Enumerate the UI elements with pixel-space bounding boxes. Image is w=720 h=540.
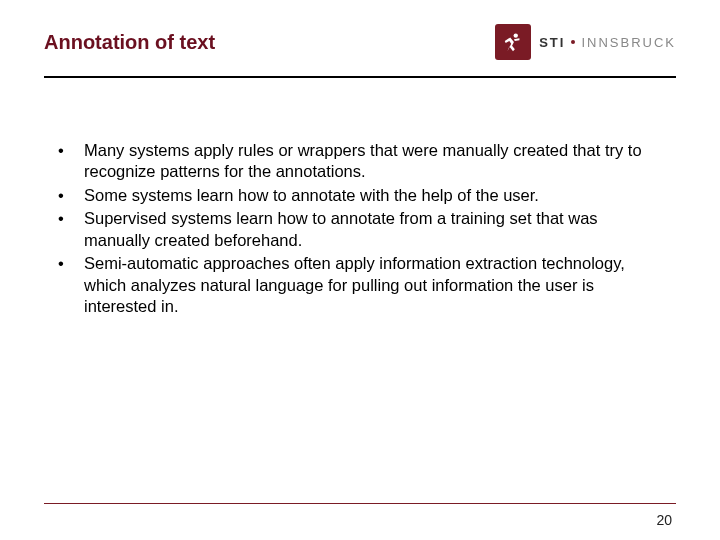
bullet-text: Many systems apply rules or wrappers tha… xyxy=(84,140,662,183)
logo-separator-dot xyxy=(571,40,575,44)
bullet-list: • Many systems apply rules or wrappers t… xyxy=(58,140,662,318)
list-item: • Some systems learn how to annotate wit… xyxy=(58,185,662,206)
bullet-icon: • xyxy=(58,140,84,183)
list-item: • Many systems apply rules or wrappers t… xyxy=(58,140,662,183)
logo-city: INNSBRUCK xyxy=(581,35,676,50)
logo-sti: STI xyxy=(539,35,565,50)
bullet-text: Supervised systems learn how to annotate… xyxy=(84,208,662,251)
bullet-text: Some systems learn how to annotate with … xyxy=(84,185,662,206)
header: Annotation of text STI INNSBRUCK xyxy=(44,24,676,60)
bullet-text: Semi-automatic approaches often apply in… xyxy=(84,253,662,317)
logo-mark xyxy=(495,24,531,60)
logo: STI INNSBRUCK xyxy=(495,24,676,60)
runner-icon xyxy=(502,31,524,53)
footer-divider xyxy=(44,503,676,504)
bullet-icon: • xyxy=(58,208,84,251)
list-item: • Supervised systems learn how to annota… xyxy=(58,208,662,251)
header-divider xyxy=(44,76,676,78)
slide: Annotation of text STI INNSBRUCK • Many … xyxy=(0,0,720,540)
svg-point-0 xyxy=(514,33,518,37)
list-item: • Semi-automatic approaches often apply … xyxy=(58,253,662,317)
slide-title: Annotation of text xyxy=(44,31,215,54)
logo-text: STI INNSBRUCK xyxy=(539,35,676,50)
bullet-icon: • xyxy=(58,253,84,317)
bullet-icon: • xyxy=(58,185,84,206)
content-area: • Many systems apply rules or wrappers t… xyxy=(58,140,662,320)
page-number: 20 xyxy=(656,512,672,528)
